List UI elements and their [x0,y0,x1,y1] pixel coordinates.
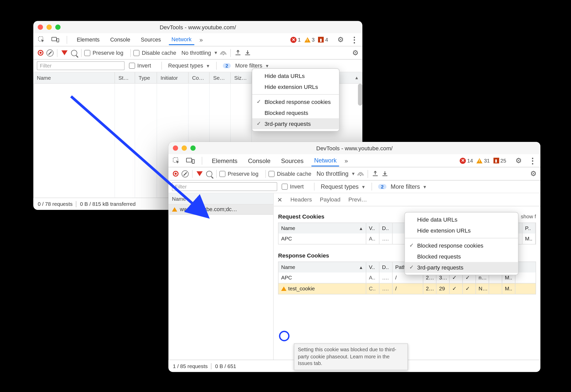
window-title: DevTools - www.youtube.com/ [173,145,536,151]
device-icon[interactable] [186,156,195,165]
throttling-select[interactable]: No throttling▼ [182,50,218,56]
col-se[interactable]: Se… [210,72,231,83]
filter-icon[interactable] [60,48,69,57]
filter-input[interactable]: Filter [37,61,124,70]
menu-blocked-response-cookies[interactable]: Blocked response cookies [252,96,339,107]
export-icon[interactable] [243,48,252,57]
col-name[interactable]: Name [168,193,273,205]
record-icon[interactable] [36,48,45,57]
error-badge[interactable]: ✕14 [460,157,473,164]
record-icon[interactable] [171,169,180,178]
network-toolbar: Preserve log Disable cache No throttling… [168,167,540,181]
col-v[interactable]: V.. [366,262,379,273]
col-initiator[interactable]: Initiator [157,72,189,83]
disable-cache-checkbox[interactable]: Disable cache [133,50,176,56]
response-cookie-row-blocked[interactable]: test_cookie C.. …. / 2… 29 ✓ ✓ N… M.. [278,283,536,294]
clear-icon[interactable] [46,48,54,57]
tooltip: Setting this cookie was blocked due to t… [294,343,408,370]
tab-elements[interactable]: Elements [74,35,102,45]
invert-checkbox[interactable]: Invert [129,63,151,69]
preserve-log-checkbox[interactable]: Preserve log [84,50,123,56]
tab-headers[interactable]: Headers [290,196,312,203]
search-icon[interactable] [205,169,213,178]
network-settings-icon[interactable]: ⚙ [351,48,360,57]
tab-payload[interactable]: Payload [320,196,340,203]
inspect-icon[interactable] [172,156,181,165]
network-conditions-icon[interactable] [219,48,227,57]
tab-preview[interactable]: Previ… [348,196,367,203]
more-filters-dropdown[interactable]: More filters▼ [235,63,269,69]
col-v[interactable]: V.. [366,223,379,233]
svg-rect-1 [52,37,57,41]
tab-console[interactable]: Console [245,155,273,166]
tab-sources[interactable]: Sources [138,35,164,45]
tab-console[interactable]: Console [108,35,133,45]
tab-sources[interactable]: Sources [278,155,306,166]
close-detail-icon[interactable]: ✕ [277,196,283,203]
menu-3rd-party-requests[interactable]: 3rd-party requests [405,262,518,273]
warning-badge[interactable]: 31 [476,157,490,164]
filter-icon[interactable] [195,169,204,178]
table-row[interactable]: www.youtube.com;dc… [168,205,273,215]
more-tabs-icon[interactable]: » [345,157,348,164]
search-icon[interactable] [70,48,78,57]
tab-network[interactable]: Network [169,35,194,45]
device-icon[interactable] [51,35,60,44]
network-settings-icon[interactable]: ⚙ [529,169,538,178]
preserve-log-checkbox[interactable]: Preserve log [219,171,258,177]
col-type[interactable]: Type [135,72,157,83]
menu-hide-data-urls[interactable]: Hide data URLs [252,71,339,82]
filter-input[interactable]: Filter [172,182,277,191]
settings-icon[interactable]: ⚙ [336,35,345,44]
more-filters-menu: Hide data URLs Hide extension URLs Block… [404,212,518,275]
menu-blocked-requests[interactable]: Blocked requests [252,107,339,118]
filter-count-badge: 2 [223,63,231,69]
tab-network[interactable]: Network [311,155,339,167]
col-co[interactable]: Co… [189,72,210,83]
inspect-icon[interactable] [37,35,45,44]
warning-badge[interactable]: 3 [304,37,315,43]
col-status[interactable]: St… [115,72,135,83]
more-tabs-icon[interactable]: » [199,36,203,43]
close-window-icon[interactable] [173,145,178,151]
issue-badge[interactable]: ▮25 [493,157,506,164]
scrollbar[interactable] [358,84,362,106]
request-types-dropdown[interactable]: Request types▼ [168,63,210,69]
window-titlebar: DevTools - www.youtube.com/ [168,142,540,154]
col-name[interactable]: Name [281,225,295,231]
menu-blocked-requests[interactable]: Blocked requests [405,251,518,262]
kebab-icon[interactable]: ⋮ [528,156,537,165]
network-toolbar: Preserve log Disable cache No throttling… [33,46,362,60]
throttling-select[interactable]: No throttling▼ [316,170,356,177]
export-icon[interactable] [380,169,389,178]
menu-hide-data-urls[interactable]: Hide data URLs [405,214,518,225]
issue-badge[interactable]: ▮4 [318,37,328,43]
col-d[interactable]: D.. [379,262,393,273]
menu-hide-extension-urls[interactable]: Hide extension URLs [405,225,518,236]
col-name[interactable]: Name [33,72,115,83]
settings-icon[interactable]: ⚙ [514,156,523,165]
col-size[interactable]: Siz… [231,72,252,83]
menu-blocked-response-cookies[interactable]: Blocked response cookies [405,240,518,251]
tab-elements[interactable]: Elements [209,155,240,166]
request-types-dropdown[interactable]: Request types▼ [321,183,366,190]
network-conditions-icon[interactable] [356,169,365,178]
close-window-icon[interactable] [38,24,43,30]
invert-checkbox[interactable]: Invert [282,184,303,190]
menu-3rd-party-requests[interactable]: 3rd-party requests [252,118,339,129]
minimize-window-icon[interactable] [182,145,187,151]
import-icon[interactable] [233,48,242,57]
col-p2[interactable]: P.. [523,223,536,233]
import-icon[interactable] [371,169,379,178]
kebab-icon[interactable]: ⋮ [350,35,359,44]
clear-icon[interactable] [181,169,189,178]
col-d[interactable]: D.. [379,223,393,233]
zoom-window-icon[interactable] [55,24,61,30]
minimize-window-icon[interactable] [46,24,52,30]
col-name[interactable]: Name [281,264,295,270]
menu-hide-extension-urls[interactable]: Hide extension URLs [252,82,339,92]
disable-cache-checkbox[interactable]: Disable cache [269,171,311,177]
more-filters-dropdown[interactable]: More filters▼ [391,183,427,190]
zoom-window-icon[interactable] [190,145,196,151]
error-badge[interactable]: ✕1 [290,37,301,43]
